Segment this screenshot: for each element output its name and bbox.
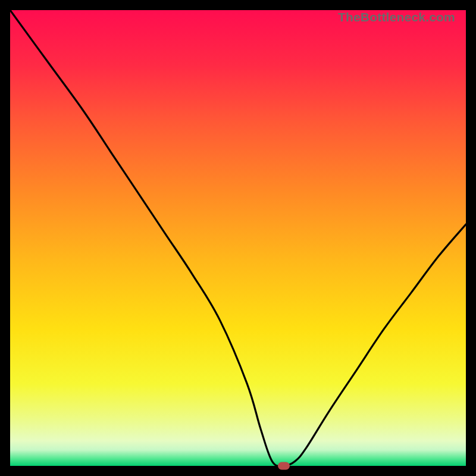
plot-area: TheBottleneck.com <box>10 10 466 466</box>
optimum-marker <box>278 462 290 470</box>
bottleneck-curve <box>10 10 466 466</box>
chart-frame: TheBottleneck.com <box>0 0 476 476</box>
